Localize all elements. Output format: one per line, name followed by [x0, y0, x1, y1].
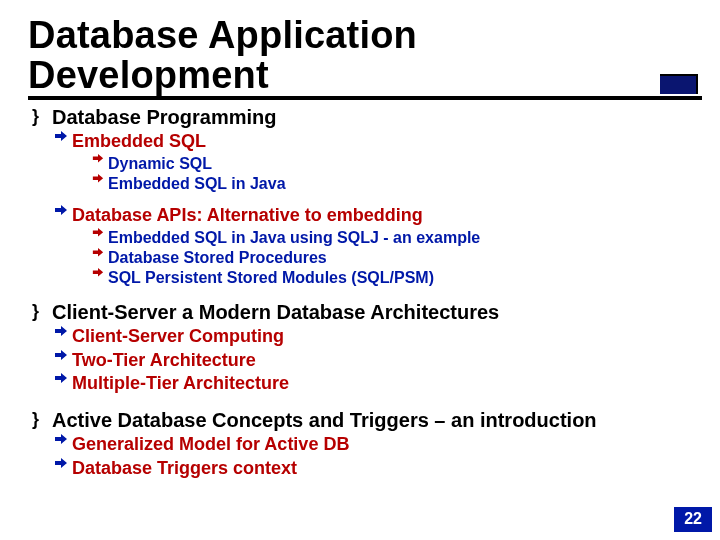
level1-label: Client-Server a Modern Database Architec… — [52, 301, 692, 324]
title-line-1: Database Application — [28, 14, 417, 56]
arrow-right-icon — [54, 350, 72, 364]
section: } Active Database Concepts and Triggers … — [32, 409, 692, 479]
section: } Client-Server a Modern Database Archit… — [32, 301, 692, 395]
outline-level-1: } Active Database Concepts and Triggers … — [32, 409, 692, 432]
brace-bullet-icon: } — [32, 106, 52, 128]
level2-label: Multiple-Tier Architecture — [72, 373, 692, 395]
level3-label: Embedded SQL in Java — [108, 174, 692, 193]
section: } Database Programming Embedded SQL Dyna… — [32, 106, 692, 287]
outline-level-2: Database APIs: Alternative to embedding — [32, 205, 692, 227]
outline-level-2: Generalized Model for Active DB — [32, 434, 692, 456]
outline-level-2: Client-Server Computing — [32, 326, 692, 348]
level2-label: Generalized Model for Active DB — [72, 434, 692, 456]
level1-label: Active Database Concepts and Triggers – … — [52, 409, 692, 432]
level1-label: Database Programming — [52, 106, 692, 129]
outline-level-2: Two-Tier Architecture — [32, 350, 692, 372]
arrow-right-icon — [54, 373, 72, 387]
page-number-value: 22 — [684, 510, 702, 527]
level3-label: SQL Persistent Stored Modules (SQL/PSM) — [108, 268, 692, 287]
arrow-right-icon — [54, 205, 72, 219]
level2-label: Two-Tier Architecture — [72, 350, 692, 372]
arrow-right-icon — [54, 458, 72, 472]
outline-level-3: Embedded SQL in Java — [32, 174, 692, 193]
level3-label: Embedded SQL in Java using SQLJ - an exa… — [108, 228, 692, 247]
level2-label: Database Triggers context — [72, 458, 692, 480]
outline-level-1: } Database Programming — [32, 106, 692, 129]
arrow-right-icon — [92, 248, 108, 260]
outline-level-2: Database Triggers context — [32, 458, 692, 480]
outline-level-3: Database Stored Procedures — [32, 248, 692, 267]
level3-label: Dynamic SQL — [108, 154, 692, 173]
arrow-right-icon — [54, 434, 72, 448]
page-number: 22 — [674, 507, 712, 532]
arrow-right-icon — [92, 154, 108, 166]
level2-label: Embedded SQL — [72, 131, 692, 153]
level2-label: Database APIs: Alternative to embedding — [72, 205, 692, 227]
level2-label: Client-Server Computing — [72, 326, 692, 348]
brace-bullet-icon: } — [32, 301, 52, 323]
arrow-right-icon — [54, 326, 72, 340]
title-line-2: Development — [28, 54, 269, 96]
slide: Database Application Development } Datab… — [0, 0, 720, 540]
outline-level-2: Multiple-Tier Architecture — [32, 373, 692, 395]
arrow-right-icon — [92, 268, 108, 280]
outline-level-1: } Client-Server a Modern Database Archit… — [32, 301, 692, 324]
slide-title: Database Application Development — [28, 16, 417, 96]
level3-label: Database Stored Procedures — [108, 248, 692, 267]
accent-box — [660, 74, 698, 94]
outline-level-2: Embedded SQL — [32, 131, 692, 153]
outline-level-3: Embedded SQL in Java using SQLJ - an exa… — [32, 228, 692, 247]
outline-level-3: SQL Persistent Stored Modules (SQL/PSM) — [32, 268, 692, 287]
outline-level-3: Dynamic SQL — [32, 154, 692, 173]
slide-body: } Database Programming Embedded SQL Dyna… — [32, 100, 692, 479]
arrow-right-icon — [92, 228, 108, 240]
arrow-right-icon — [92, 174, 108, 186]
brace-bullet-icon: } — [32, 409, 52, 431]
arrow-right-icon — [54, 131, 72, 145]
